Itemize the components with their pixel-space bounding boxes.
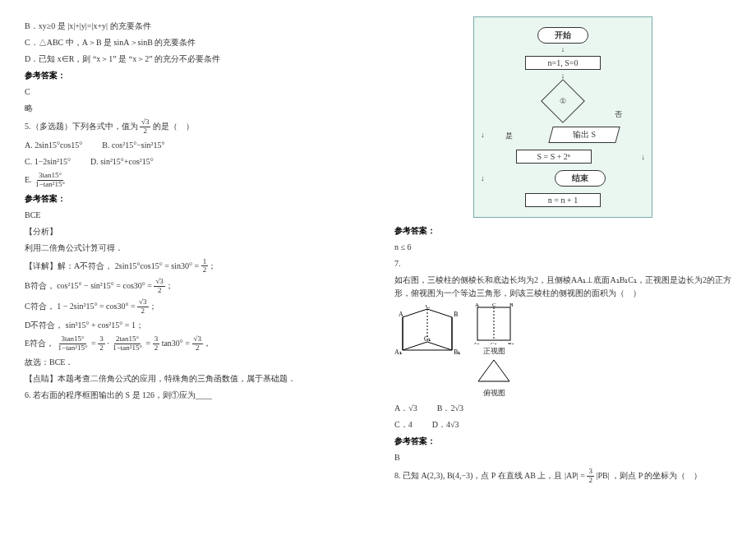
ans5-value: BCE [25,209,362,222]
det-a-frac: 12 [201,258,209,275]
q7-opts1: A．√3 B．2√3 [394,402,731,415]
q8-stem: 8. 已知 A(2,3), B(4,−3)，点 P 在直线 AB 上，且 |AP… [394,468,731,485]
q8-pre: 8. 已知 A(2,3), B(4,−3)，点 P 在直线 AB 上，且 [394,471,565,480]
q5-c: C. 1−2sin²15° [25,155,71,168]
q5-d: D. sin²15°+cos²15° [90,155,154,168]
svg-text:C: C [426,305,430,310]
det-e-f2: 32 [98,335,105,353]
det-e-tan: tan30° = [162,339,192,348]
svg-text:A₁: A₁ [473,341,480,344]
fc-inc-row: ↓ 结束 [481,167,645,190]
svg-text:C: C [492,303,496,308]
svg-text:B₁: B₁ [508,341,514,344]
ans7-value: B [394,451,731,464]
det-e-pre: E符合， [25,339,54,348]
det-e-f5: √32 [192,335,203,353]
q5-e-frac: 3tan15°1−tan²15° [34,172,67,189]
q6-stem: 6. 若右面的程序框图输出的 S 是 126，则①应为____ [25,389,362,402]
q7-body: 如右图，三棱柱的侧棱长和底边长均为2，且侧棱AA₁⊥底面A₁B₁C₁，正视图是边… [394,274,731,300]
det-lbl: 【详解】解：A不符合， [25,261,113,270]
det-d-lhs: sin²15° + cos²15° = 1 [66,321,136,330]
q7-d: D．4√3 [432,418,459,431]
conclusion: 故选：BCE． [25,356,362,369]
fc-start: 开始 [537,27,588,44]
q7-b: B．2√3 [437,402,463,415]
fc-yes-label: 是 [505,131,513,141]
q8-ap: |AP| = [565,471,587,480]
top-view-icon [473,357,514,386]
svg-text:B: B [509,303,514,308]
ans6-label: 参考答案： [394,224,731,238]
front-view-label: 正视图 [473,346,514,357]
ana-text: 利用二倍角公式计算可得． [25,242,362,255]
fc-end: 结束 [555,170,606,187]
detail-d: D不符合， sin²15° + cos²15° = 1； [25,319,362,332]
det-e-f4: 32 [153,335,160,353]
q5-a: A. 2sin15°cos15° [25,139,82,152]
detail-c: C符合， 1 − 2sin²15° = cos30° = √32； [25,298,362,316]
q8-pb: |PB| [596,471,609,480]
q5-e: E. 3tan15°1−tan²15° [25,172,362,189]
ana-label: 【分析】 [25,225,362,238]
det-e-eq1: = [91,339,98,348]
svg-marker-19 [478,360,509,381]
fc-step: S = S + 2ⁿ [516,150,592,164]
det-e-f3: 2tan15°1−tan²15° [111,335,144,353]
fc-no-label: 否 [615,109,622,120]
q5-row2: C. 1−2sin²15° D. sin²15°+cos²15° [25,155,362,168]
q5-stem: 5.（多选题）下列各式中，值为 √32 的是（ ） [25,118,362,136]
q5-post: 的是（ ） [153,122,194,131]
svg-text:B₁: B₁ [454,348,460,356]
det-b-pre: B符合， [25,281,55,290]
top-view-label: 俯视图 [473,388,514,399]
svg-text:A₁: A₁ [394,348,402,356]
q5-row1: A. 2sin15°cos15° B. cos²15°−sin²15° [25,139,362,152]
det-e-dot: · [107,339,109,348]
detail-b: B符合， cos²15° − sin²15° = cos30° = √32； [25,278,362,295]
q5-e-pre: E. [25,174,34,183]
det-c-frac: √32 [137,298,148,316]
prism-icon: A C B A₁ C₁ B₁ [394,305,460,362]
detail-e: E符合， 3tan15°1−tan²15° = 32 · 2tan15°1−ta… [25,335,362,353]
q5-b: B. cos²15°−sin²15° [102,139,164,152]
q4-opt-b: B．xy≥0 是 |x|+|y|=|x+y| 的充要条件 [25,20,362,33]
detail-a: 【详解】解：A不符合， 2sin15°cos15° = sin30° = 12； [25,258,362,275]
q4-opt-d: D．已知 x∈R，则 “x＞1” 是 “x＞2” 的充分不必要条件 [25,53,362,66]
det-c-pre: C符合， [25,302,55,311]
front-view-icon: ACB A₁C₁B₁ [473,303,514,344]
svg-text:C₁: C₁ [424,335,431,343]
q8-post: ，则点 P 的坐标为（ ） [611,471,702,480]
q4-opt-c: C．△ABC 中，A＞B 是 sinA＞sinB 的充要条件 [25,36,362,49]
svg-text:A: A [475,303,479,308]
point: 【点睛】本题考查二倍角公式的应用，特殊角的三角函数值，属于基础题． [25,372,362,385]
q5-pre: 5.（多选题）下列各式中，值为 [25,122,138,131]
fc-condition: ① [541,80,585,124]
q7-c: C．4 [394,418,413,431]
det-a-lhs: 2sin15°cos15° = sin30° = [115,261,201,270]
det-e-eq2: = [146,339,153,348]
fc-step-row: S = S + 2ⁿ ↓ [481,146,645,167]
fc-output: 输出 S [549,127,620,143]
det-c-lhs: 1 − 2sin²15° = cos30° = [57,302,137,311]
svg-text:C₁: C₁ [491,341,497,344]
ans6-value: n ≤ 6 [394,241,731,254]
det-b-frac: √32 [154,278,164,295]
q5-frac: √32 [140,118,150,136]
det-d-pre: D不符合， [25,321,63,330]
q7-figure: A C B A₁ C₁ B₁ ACB A₁C₁B₁ 正视图 俯视图 [394,303,731,399]
right-column: 开始 ↓ n=1, S=0 ↓ ① 否 是 ↓ 输出 S S = S + 2ⁿ … [394,16,731,488]
ans7-label: 参考答案： [394,435,731,448]
svg-text:B: B [454,311,458,318]
flowchart: 开始 ↓ n=1, S=0 ↓ ① 否 是 ↓ 输出 S S = S + 2ⁿ … [473,16,652,218]
ans4-skip: 略 [25,102,362,115]
ans5-label: 参考答案： [25,192,362,205]
views-block: ACB A₁C₁B₁ 正视图 俯视图 [473,303,514,399]
left-column: B．xy≥0 是 |x|+|y|=|x+y| 的充要条件 C．△ABC 中，A＞… [25,16,362,488]
ans4-label: 参考答案： [25,69,362,82]
q7-opts2: C．4 D．4√3 [394,418,731,431]
ans4-value: C [25,85,362,99]
q8-frac: 32 [587,468,594,485]
arrow-down-icon: ↓ [481,47,645,53]
det-e-f1: 3tan15°1−tan²15° [57,335,90,353]
det-b-lhs: cos²15° − sin²15° = cos30° = [57,281,154,290]
